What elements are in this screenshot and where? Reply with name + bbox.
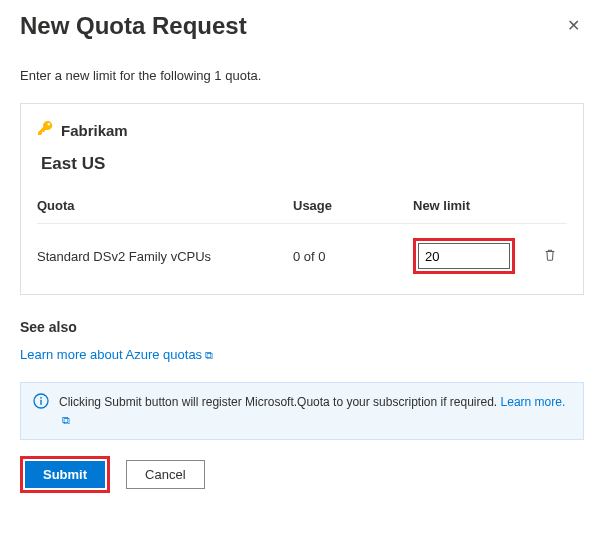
info-icon <box>33 393 49 429</box>
highlight-submit: Submit <box>20 456 110 493</box>
external-link-icon: ⧉ <box>62 412 70 429</box>
svg-rect-2 <box>40 400 41 405</box>
column-header-usage: Usage <box>293 198 413 213</box>
new-limit-input[interactable] <box>418 243 510 269</box>
external-link-icon: ⧉ <box>205 349 213 362</box>
column-header-limit: New limit <box>413 198 543 213</box>
see-also-heading: See also <box>20 319 584 335</box>
subscription-name: Fabrikam <box>61 122 128 139</box>
page-title: New Quota Request <box>20 12 247 40</box>
trash-icon[interactable] <box>543 250 557 265</box>
learn-more-quotas-link[interactable]: Learn more about Azure quotas⧉ <box>20 347 213 362</box>
quota-usage: 0 of 0 <box>293 249 413 264</box>
quota-name: Standard DSv2 Family vCPUs <box>37 249 293 264</box>
highlight-limit <box>413 238 515 274</box>
column-header-quota: Quota <box>37 198 293 213</box>
table-row: Standard DSv2 Family vCPUs 0 of 0 <box>37 224 567 274</box>
cancel-button[interactable]: Cancel <box>126 460 204 489</box>
quota-panel: Fabrikam East US Quota Usage New limit S… <box>20 103 584 295</box>
intro-text: Enter a new limit for the following 1 qu… <box>20 68 584 83</box>
close-icon[interactable]: ✕ <box>563 12 584 39</box>
link-text: Learn more about Azure quotas <box>20 347 202 362</box>
info-link-text: Learn more. <box>501 395 566 409</box>
info-text: Clicking Submit button will register Mic… <box>59 395 497 409</box>
svg-point-1 <box>40 397 42 399</box>
submit-button[interactable]: Submit <box>25 461 105 488</box>
region-label: East US <box>41 154 567 174</box>
info-banner: Clicking Submit button will register Mic… <box>20 382 584 440</box>
key-icon <box>37 120 53 140</box>
table-header: Quota Usage New limit <box>37 198 567 224</box>
